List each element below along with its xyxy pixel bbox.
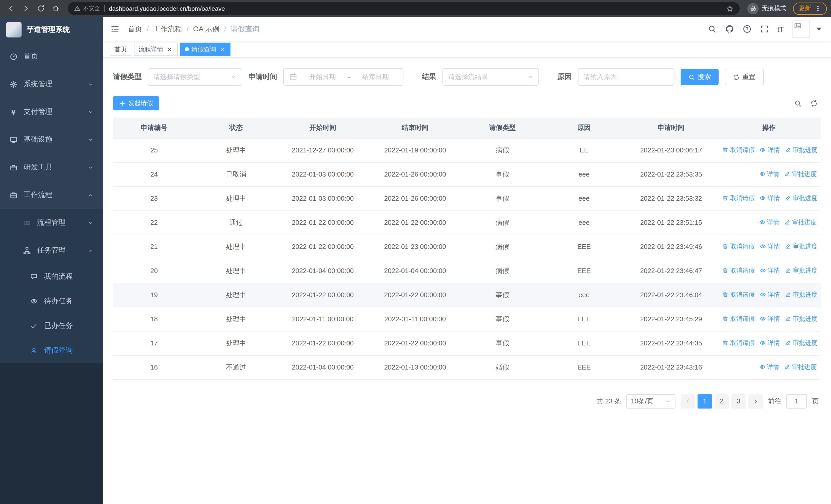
bookmark-star-icon[interactable] [726,5,734,12]
address-bar[interactable]: 不安全 dashboard.yudao.iocoder.cn/bpm/oa/le… [68,2,740,15]
eye-icon [759,219,765,226]
progress-action-link[interactable]: 审批进度 [784,218,816,227]
cell-id: 22 [113,210,195,235]
fullscreen-icon[interactable] [760,25,769,33]
breadcrumb-item-workflow[interactable]: 工作流程 [153,24,182,34]
sidebar-item-done-tasks[interactable]: 已办任务 [0,314,103,338]
page-button-1[interactable]: 1 [697,394,712,408]
sidebar-item-my-process[interactable]: 我的流程 [0,264,103,289]
screen: 不安全 dashboard.yudao.iocoder.cn/bpm/oa/le… [0,0,831,504]
cancel-action-link[interactable]: 取消请假 [722,194,755,203]
browser-forward-icon[interactable] [19,2,32,15]
browser-home-icon[interactable] [49,2,62,15]
progress-action-link[interactable]: 审批进度 [785,339,818,348]
edit-icon [785,340,791,346]
detail-action-link[interactable]: 详情 [759,170,779,179]
cancel-action-link[interactable]: 取消请假 [722,266,755,275]
reset-button[interactable]: 重置 [725,69,764,85]
browser-reload-icon[interactable] [34,2,47,15]
sidebar-item-workflow[interactable]: 工作流程 [0,181,103,209]
user-avatar[interactable] [793,20,810,38]
browser-back-icon[interactable] [4,2,18,15]
cancel-action-link[interactable]: 取消请假 [722,315,755,323]
page-button-2[interactable]: 2 [715,394,729,408]
apply-time-range-picker[interactable]: 开始日期 - 结束日期 [283,68,403,86]
sidebar-item-label: 任务管理 [37,246,66,255]
next-page-button[interactable] [748,394,763,408]
cancel-action-link[interactable]: 取消请假 [722,242,755,251]
progress-action-link[interactable]: 审批进度 [785,242,818,251]
progress-action-link[interactable]: 审批进度 [785,315,818,323]
sidebar-item-leave-query[interactable]: 请假查询 [0,338,103,363]
breadcrumb: 首页 / 工作流程 / OA 示例 / 请假查询 [128,24,259,34]
sidebar-item-infra[interactable]: 基础设施 [0,126,103,153]
column-header: 状态 [195,118,277,138]
detail-action-link[interactable]: 详情 [760,315,780,323]
result-select[interactable]: 请选择流结果 [442,68,539,86]
tab-process-detail[interactable]: 流程详情 × [134,42,178,56]
search-button-label: 搜索 [697,72,711,82]
sidebar-item-task-mgmt[interactable]: 任务管理 [0,237,103,264]
caret-down-icon[interactable] [814,25,823,33]
progress-action-link[interactable]: 审批进度 [785,266,818,275]
search-button[interactable]: 搜索 [681,69,719,85]
create-leave-button[interactable]: 发起请假 [113,96,159,110]
progress-action-link[interactable]: 审批进度 [785,291,818,299]
detail-action-link[interactable]: 详情 [759,363,779,372]
cell-actions: 详情审批进度 [717,210,821,235]
progress-action-link[interactable]: 审批进度 [785,194,818,203]
sidebar-collapse-icon[interactable] [110,24,120,34]
detail-action-link[interactable]: 详情 [760,146,780,154]
cancel-action-link[interactable]: 取消请假 [722,291,755,299]
help-icon[interactable] [742,25,751,33]
detail-action-link[interactable]: 详情 [759,218,779,227]
sidebar-item-devtools[interactable]: 研发工具 [0,153,103,181]
detail-action-link[interactable]: 详情 [760,266,780,275]
reset-button-label: 重置 [742,72,755,82]
cancel-action-link[interactable]: 取消请假 [722,339,755,348]
search-icon[interactable] [708,25,716,33]
detail-action-link[interactable]: 详情 [760,339,780,348]
sidebar-item-home[interactable]: 首页 [0,42,103,70]
toggle-search-icon[interactable] [794,99,802,107]
page-size-select[interactable]: 10条/页 [626,394,676,408]
sidebar-item-payment[interactable]: ¥ 支付管理 [0,98,103,126]
cell-end: 2022-01-11 00:00:00 [369,307,461,331]
leave-type-select[interactable]: 请选择请假类型 [148,68,242,86]
sidebar-item-system[interactable]: 系统管理 [0,70,103,98]
sidebar-item-process-mgmt[interactable]: 流程管理 [0,209,103,237]
tab-leave-query[interactable]: 请假查询 × [180,42,230,56]
prev-page-button[interactable] [681,394,695,408]
github-icon[interactable] [725,25,734,33]
detail-action-link[interactable]: 详情 [760,291,780,299]
browser-menu-icon[interactable]: ⋮ [814,5,821,12]
list-icon [23,219,31,227]
cell-id: 25 [113,138,195,162]
close-icon[interactable]: × [219,46,226,53]
page-button-3[interactable]: 3 [732,394,746,408]
close-icon[interactable]: × [166,46,173,53]
cancel-action-link[interactable]: 取消请假 [722,146,755,154]
breadcrumb-item-oa-example[interactable]: OA 示例 [193,24,220,34]
reason-input[interactable]: 请输入原因 [578,68,675,86]
refresh-table-icon[interactable] [810,99,818,107]
detail-action-link[interactable]: 详情 [760,194,780,203]
breadcrumb-item-home[interactable]: 首页 [128,24,142,34]
font-size-icon[interactable]: tT [777,25,784,33]
cell-reason: eee [543,210,625,235]
cell-apply_time: 2022-01-22 23:49:46 [625,235,717,259]
cell-status: 已取消 [195,162,277,186]
progress-action-link[interactable]: 审批进度 [785,146,818,154]
trash-icon [722,147,728,153]
security-chip[interactable]: 不安全 [74,5,100,12]
progress-action-link[interactable]: 审批进度 [784,363,816,372]
browser-update-button[interactable]: 更新 ⋮ [793,2,827,14]
detail-action-link[interactable]: 详情 [760,242,780,251]
cell-reason: eee [543,186,625,210]
tab-home[interactable]: 首页 [110,42,132,56]
sidebar-item-todo-tasks[interactable]: 待办任务 [0,289,103,314]
progress-action-link[interactable]: 审批进度 [784,170,816,179]
cell-type: 病假 [461,138,543,162]
goto-page-input[interactable] [786,394,807,408]
cell-actions: 取消请假详情审批进度 [717,331,821,355]
